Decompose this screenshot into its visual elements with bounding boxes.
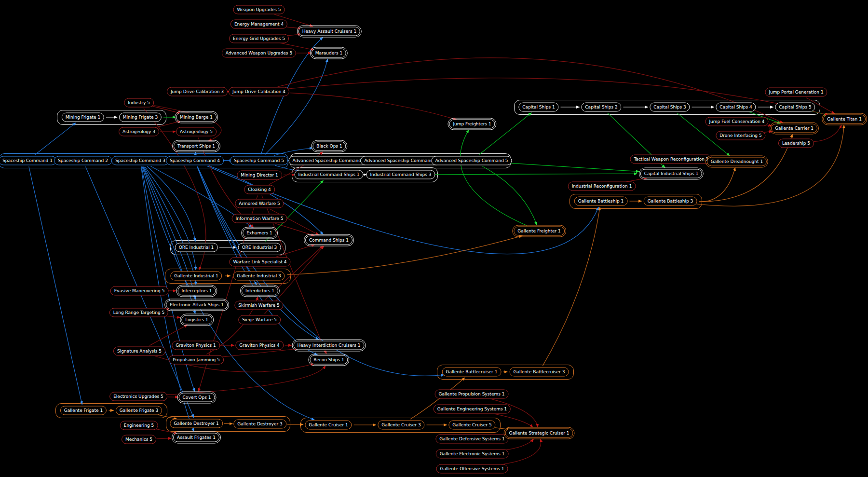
edge-gbs3-gdr1 bbox=[699, 167, 735, 202]
edge-jdc4-gca1 bbox=[278, 58, 783, 123]
node-gca1[interactable]: Gallente Carrier 1 bbox=[771, 124, 817, 133]
node-iw5[interactable]: Information Warfare 5 bbox=[232, 214, 287, 223]
node-awu5[interactable]: Advanced Weapon Upgrades 5 bbox=[222, 49, 296, 58]
node-gc1[interactable]: Gallente Cruiser 1 bbox=[305, 421, 352, 430]
node-gsc1[interactable]: Gallente Strategic Cruiser 1 bbox=[505, 429, 573, 438]
node-cis1[interactable]: Capital Industrial Ships 1 bbox=[640, 169, 702, 178]
node-gfr1[interactable]: Gallente Freighter 1 bbox=[514, 227, 565, 236]
node-eu5[interactable]: Electronics Upgrades 5 bbox=[109, 392, 167, 401]
node-gds1[interactable]: Gallente Defensive Systems 1 bbox=[435, 435, 508, 444]
node-siw5[interactable]: Siege Warfare 5 bbox=[238, 315, 281, 325]
node-bo1[interactable]: Black Ops 1 bbox=[312, 142, 346, 151]
node-em5[interactable]: Evasive Maneuvering 5 bbox=[110, 286, 169, 296]
node-ics1[interactable]: Industrial Command Ships 1 bbox=[294, 170, 363, 179]
node-gp1[interactable]: Graviton Physics 1 bbox=[172, 341, 220, 350]
node-asc1[interactable]: Advanced Spaceship Command 1 bbox=[288, 156, 369, 165]
node-gf3[interactable]: Gallente Frigate 3 bbox=[116, 406, 162, 415]
node-wls4[interactable]: Warfare Link Specialist 4 bbox=[229, 258, 290, 267]
node-af1[interactable]: Assault Frigates 1 bbox=[173, 433, 219, 442]
node-gbc3[interactable]: Gallente Battlecruiser 3 bbox=[510, 368, 569, 377]
node-gbs1[interactable]: Gallente Battleship 1 bbox=[574, 197, 628, 206]
node-gos1[interactable]: Gallente Offensive Systems 1 bbox=[436, 464, 508, 474]
node-ore3[interactable]: ORE Industrial 3 bbox=[238, 243, 281, 252]
node-cs1[interactable]: Capital Ships 1 bbox=[518, 103, 558, 112]
edge-sc4-ts1 bbox=[195, 152, 196, 154]
node-gps1[interactable]: Gallente Propulsion Systems 1 bbox=[435, 390, 509, 399]
node-twr1[interactable]: Tactical Weapon Reconfiguration 1 bbox=[630, 155, 712, 164]
node-gf1[interactable]: Gallente Frigate 1 bbox=[60, 406, 107, 415]
node-gi3[interactable]: Gallente Industrial 3 bbox=[233, 272, 285, 281]
node-hic1[interactable]: Heavy Interdiction Cruisers 1 bbox=[294, 341, 365, 350]
node-gd1[interactable]: Gallente Destroyer 1 bbox=[170, 419, 223, 428]
node-ics3[interactable]: Industrial Command Ships 3 bbox=[366, 170, 435, 179]
node-hac1[interactable]: Heavy Assault Cruisers 1 bbox=[298, 27, 360, 36]
node-exh1[interactable]: Exhumers 1 bbox=[243, 229, 276, 238]
node-gbs3[interactable]: Gallente Battleship 3 bbox=[644, 197, 697, 206]
node-ind5[interactable]: Industry 5 bbox=[124, 98, 154, 108]
node-mar1[interactable]: Marauders 1 bbox=[312, 49, 346, 58]
node-cs2[interactable]: Capital Ships 2 bbox=[581, 103, 621, 112]
node-ast5[interactable]: Astrogeology 5 bbox=[176, 127, 217, 136]
node-sc1[interactable]: Spaceship Command 1 bbox=[0, 156, 56, 165]
edge-di5-gca1 bbox=[763, 131, 772, 132]
node-gp4[interactable]: Graviton Physics 4 bbox=[235, 341, 284, 350]
edge-jdc4-jf1 bbox=[290, 93, 456, 120]
node-gd3[interactable]: Gallente Destroyer 3 bbox=[233, 420, 286, 429]
node-rec1[interactable]: Recon Ships 1 bbox=[310, 355, 348, 365]
node-cs4[interactable]: Capital Ships 4 bbox=[716, 103, 756, 112]
node-int1[interactable]: Interceptors 1 bbox=[177, 286, 216, 296]
node-mb1[interactable]: Mining Barge 1 bbox=[176, 113, 217, 122]
node-log1[interactable]: Logistics 1 bbox=[181, 315, 212, 325]
node-mec5[interactable]: Mechanics 5 bbox=[122, 435, 156, 444]
node-cs5[interactable]: Capital Ships 5 bbox=[775, 103, 815, 112]
edge-ges1-gsc1 bbox=[495, 414, 533, 427]
node-md1[interactable]: Mining Director 1 bbox=[237, 171, 282, 180]
node-eas1[interactable]: Electronic Attack Ships 1 bbox=[166, 300, 228, 310]
node-eng5[interactable]: Engineering 5 bbox=[120, 421, 158, 430]
node-ast3[interactable]: Astrogeology 3 bbox=[119, 127, 159, 136]
node-jpg1[interactable]: Jump Portal Generation 1 bbox=[765, 88, 827, 97]
node-sc3[interactable]: Spaceship Command 3 bbox=[111, 156, 169, 165]
node-sc5[interactable]: Spaceship Command 5 bbox=[230, 156, 288, 165]
node-sc4[interactable]: Spaceship Command 4 bbox=[166, 156, 224, 165]
node-lrt5[interactable]: Long Range Targeting 5 bbox=[109, 308, 168, 317]
node-asc4[interactable]: Advanced Spaceship Command 4 bbox=[360, 156, 441, 165]
edge-eng5-af1 bbox=[155, 429, 177, 434]
node-jfc4[interactable]: Jump Fuel Conservation 4 bbox=[705, 117, 768, 126]
node-gti1[interactable]: Gallente Titan 1 bbox=[823, 115, 866, 124]
node-cmd1[interactable]: Command Ships 1 bbox=[305, 236, 353, 245]
node-ore1[interactable]: ORE Industrial 1 bbox=[175, 243, 218, 252]
node-gdr1[interactable]: Gallente Dreadnought 1 bbox=[707, 157, 767, 166]
node-mf3[interactable]: Mining Frigate 3 bbox=[119, 113, 162, 122]
node-gi1[interactable]: Gallente Industrial 1 bbox=[170, 272, 222, 281]
node-ges1[interactable]: Gallente Engineering Systems 1 bbox=[434, 405, 511, 414]
node-egu5[interactable]: Energy Grid Upgrades 5 bbox=[229, 34, 289, 43]
node-pj5[interactable]: Propulsion Jamming 5 bbox=[169, 355, 224, 365]
node-gbc1[interactable]: Gallente Battlecruiser 1 bbox=[442, 368, 502, 377]
node-intd1[interactable]: Interdictors 1 bbox=[242, 286, 278, 296]
node-di5[interactable]: Drone Interfacing 5 bbox=[716, 131, 765, 140]
node-ir1[interactable]: Industrial Reconfiguration 1 bbox=[568, 182, 636, 191]
node-jdc4[interactable]: Jump Drive Calibration 4 bbox=[229, 87, 289, 96]
node-wu5[interactable]: Weapon Upgrades 5 bbox=[233, 5, 285, 14]
node-cov1[interactable]: Covert Ops 1 bbox=[179, 393, 215, 402]
node-em4[interactable]: Energy Management 4 bbox=[231, 20, 287, 29]
node-mf1[interactable]: Mining Frigate 1 bbox=[62, 113, 104, 122]
node-jf1[interactable]: Jump Freighters 1 bbox=[449, 120, 495, 129]
node-skw5[interactable]: Skirmish Warfare 5 bbox=[234, 301, 283, 310]
node-gc5[interactable]: Gallente Cruiser 5 bbox=[448, 421, 495, 430]
node-sc2[interactable]: Spaceship Command 2 bbox=[54, 156, 112, 165]
edge-sc1-gf1 bbox=[29, 166, 82, 404]
node-sa5[interactable]: Signature Analysis 5 bbox=[113, 347, 165, 356]
node-clk4[interactable]: Cloaking 4 bbox=[244, 185, 275, 194]
node-ts1[interactable]: Transport Ships 1 bbox=[174, 142, 219, 151]
edge-pj5-hic1 bbox=[221, 349, 298, 357]
node-cs3[interactable]: Capital Ships 3 bbox=[650, 103, 690, 112]
node-asc5[interactable]: Advanced Spaceship Command 5 bbox=[431, 156, 512, 165]
edge-ast3-mb1 bbox=[154, 121, 180, 128]
node-gel1[interactable]: Gallente Electronic Systems 1 bbox=[436, 450, 509, 459]
node-jdc3[interactable]: Jump Drive Calibration 3 bbox=[167, 87, 228, 96]
node-ld5[interactable]: Leadership 5 bbox=[778, 139, 814, 148]
node-gc3[interactable]: Gallente Cruiser 3 bbox=[378, 421, 424, 430]
node-aw5[interactable]: Armored Warfare 5 bbox=[235, 199, 284, 208]
